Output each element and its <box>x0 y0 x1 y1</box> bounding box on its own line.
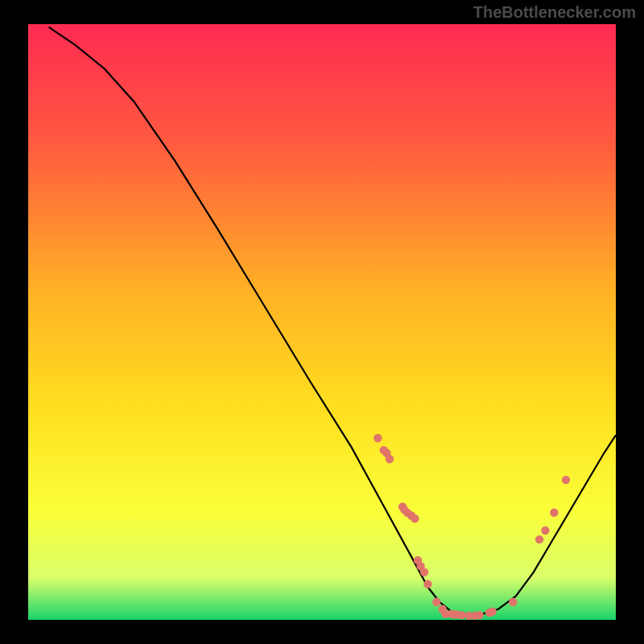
data-dot <box>432 598 440 606</box>
data-dot <box>420 568 428 576</box>
data-dot <box>475 611 483 619</box>
data-dot <box>562 476 570 484</box>
data-dot <box>386 455 394 463</box>
data-dot <box>411 514 419 522</box>
data-dot <box>489 607 497 615</box>
data-dot <box>550 509 558 517</box>
attribution-label: TheBottlenecker.com <box>473 3 636 22</box>
gradient-background <box>28 24 616 620</box>
chart-wrapper: TheBottlenecker.com <box>0 0 644 644</box>
data-dot <box>374 434 382 442</box>
data-dot <box>509 598 517 606</box>
bottleneck-chart <box>28 24 616 620</box>
plot-area <box>28 24 616 620</box>
data-dot <box>423 580 431 588</box>
data-dot <box>541 526 549 535</box>
data-dot <box>535 535 543 543</box>
